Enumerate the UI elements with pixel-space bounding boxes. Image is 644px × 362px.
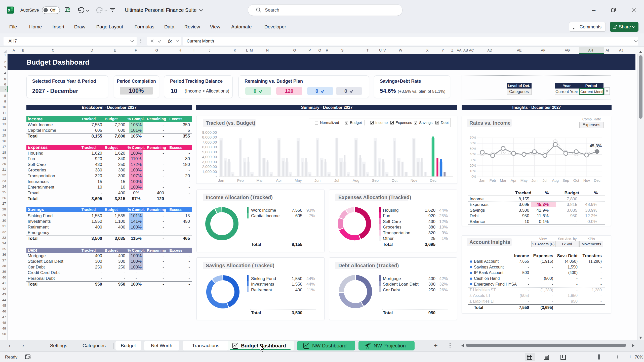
svg-text:-: - [216, 174, 217, 178]
svg-text:Nov: Nov [411, 178, 417, 183]
svg-text:0%: 0% [471, 175, 476, 178]
svg-text:Feb: Feb [490, 178, 496, 183]
svg-text:Nov: Nov [583, 178, 590, 183]
svg-text:Jul: Jul [542, 178, 547, 183]
svg-text:Sep: Sep [372, 178, 379, 183]
svg-text:Mar: Mar [500, 178, 506, 183]
svg-text:7,000.00: 7,000.00 [202, 140, 217, 144]
svg-text:Jun: Jun [314, 178, 320, 183]
svg-text:Dec: Dec [594, 178, 600, 183]
svg-text:40%: 40% [470, 152, 476, 156]
svg-text:4,000.00: 4,000.00 [202, 155, 217, 159]
svg-text:9,000.00: 9,000.00 [202, 130, 217, 134]
svg-text:20%: 20% [470, 164, 476, 167]
svg-text:May: May [520, 178, 528, 183]
svg-text:70%: 70% [470, 136, 476, 140]
svg-text:Jan: Jan [218, 178, 224, 183]
svg-text:Mar: Mar [256, 178, 263, 183]
svg-text:60%: 60% [470, 141, 476, 145]
svg-text:50%: 50% [470, 147, 476, 151]
svg-text:10%: 10% [470, 169, 476, 173]
svg-text:May: May [295, 178, 302, 183]
svg-text:Aug: Aug [552, 178, 559, 183]
svg-text:6,000.00: 6,000.00 [202, 145, 217, 149]
svg-text:Apr: Apr [276, 178, 282, 183]
svg-text:X: X [8, 8, 10, 12]
svg-text:Oct: Oct [392, 178, 398, 183]
svg-text:2,000.00: 2,000.00 [202, 164, 217, 169]
svg-text:8,000.00: 8,000.00 [202, 135, 217, 139]
svg-text:Apr: Apr [511, 178, 516, 183]
svg-text:Sep: Sep [562, 178, 569, 183]
svg-text:Oct: Oct [573, 178, 579, 183]
svg-text:Jan: Jan [479, 178, 485, 183]
svg-text:3,000.00: 3,000.00 [202, 160, 217, 164]
svg-text:Jun: Jun [531, 178, 537, 183]
svg-text:Jul: Jul [334, 178, 339, 183]
svg-text:5,000.00: 5,000.00 [202, 150, 217, 154]
svg-text:45.3%: 45.3% [590, 144, 602, 148]
svg-text:Feb: Feb [237, 178, 244, 183]
svg-text:Aug: Aug [353, 178, 359, 183]
svg-text:1,000.00: 1,000.00 [202, 169, 217, 174]
svg-text:30%: 30% [470, 158, 476, 162]
svg-text:Dec: Dec [430, 178, 436, 183]
